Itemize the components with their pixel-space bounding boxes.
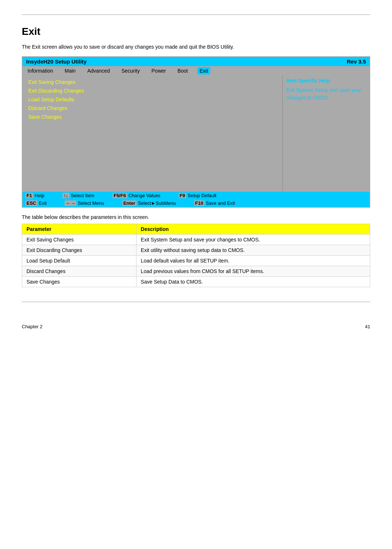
bios-left-panel: Exit Saving Changes Exit Discarding Chan… [23,76,282,192]
menu-exit-discarding[interactable]: Exit Discarding Changes [27,87,278,94]
status-arrows: ↑↓ Select Item [62,193,94,198]
key-f5f6: F5/F6 [113,193,127,198]
top-divider [22,15,370,15]
bios-rev: Rev 3.5 [347,58,366,65]
key-enter: Enter [122,200,136,206]
footer: Chapter 2 41 [22,324,370,329]
key-f1: F1 [25,193,33,198]
status-f1: F1 Help [25,193,44,198]
menu-exit-saving[interactable]: Exit Saving Changes [27,78,278,86]
bios-ui-box: InsydeH20 Setup Utility Rev 3.5 Informat… [22,56,370,208]
statusbar-row1: F1 Help ↑↓ Select Item F5/F6 Change Valu… [23,192,369,199]
bios-titlebar: InsydeH20 Setup Utility Rev 3.5 [23,57,369,66]
menu-save-changes[interactable]: Save Changes [27,113,278,121]
desc-cell: Save Setup Data to CMOS. [136,277,370,287]
page-title: Exit [22,26,370,37]
table-row: Load Setup DefaultLoad default values fo… [22,256,370,266]
desc-setup-default: Setup Default [188,193,216,198]
footer-chapter: Chapter 2 [22,324,42,329]
param-cell: Exit Discarding Changes [22,245,136,256]
param-cell: Discard Changes [22,266,136,277]
param-cell: Save Changes [22,277,136,287]
footer-page: 41 [365,324,370,329]
param-cell: Exit Saving Changes [22,235,136,245]
status-lr-arrows: ←→ Select Menu [65,200,104,206]
status-esc: ESC Exit [25,200,46,206]
desc-cell: Exit System Setup and save your changes … [136,235,370,245]
item-specific-help-title: Item Specific Help [286,78,366,84]
col-header-desc: Description [136,224,370,235]
desc-cell: Exit utility without saving setup data t… [136,245,370,256]
bios-statusbars: F1 Help ↑↓ Select Item F5/F6 Change Valu… [23,192,369,207]
bios-title: InsydeH20 Setup Utility [26,58,87,65]
param-cell: Load Setup Default [22,256,136,266]
table-row: Exit Saving ChangesExit System Setup and… [22,235,370,245]
bios-navbar: Information Main Advanced Security Power… [23,66,369,76]
desc-help: Help [34,193,44,198]
status-enter: Enter Select►SubMenu [122,200,176,206]
desc-change-values: Change Values [128,193,160,198]
nav-information[interactable]: Information [25,67,55,74]
bottom-divider [22,302,370,302]
nav-main[interactable]: Main [62,67,78,74]
statusbar-row2: ESC Exit ←→ Select Menu Enter Select►Sub… [23,199,369,207]
nav-advanced[interactable]: Advanced [85,67,112,74]
table-row: Save ChangesSave Setup Data to CMOS. [22,277,370,287]
desc-select-menu: Select Menu [78,200,104,206]
key-lr-arrows: ←→ [65,200,76,206]
nav-exit[interactable]: Exit [197,67,210,74]
status-f10: F10 Save and Exit [194,200,235,206]
table-row: Discard ChangesLoad previous values from… [22,266,370,277]
nav-security[interactable]: Security [119,67,142,74]
desc-save-exit: Save and Exit [206,200,235,206]
desc-cell: Load previous values from CMOS for all S… [136,266,370,277]
nav-boot[interactable]: Boot [175,67,190,74]
menu-discard-changes[interactable]: Discard Changes [27,105,278,112]
desc-select-submenu: Select►SubMenu [138,200,176,206]
table-row: Exit Discarding ChangesExit utility with… [22,245,370,256]
status-f5f6: F5/F6 Change Values [113,193,160,198]
status-f9: F9 Setup Default [179,193,216,198]
key-f10: F10 [194,200,204,206]
col-header-param: Parameter [22,224,136,235]
desc-select-item: Select Item [71,193,94,198]
param-table: Parameter Description Exit Saving Change… [22,224,370,287]
bios-right-panel: Item Specific Help Exit System Setup and… [282,76,369,192]
key-f9: F9 [179,193,186,198]
nav-power[interactable]: Power [149,67,168,74]
key-arrows: ↑↓ [62,193,69,198]
desc-cell: Load default values for all SETUP item. [136,256,370,266]
desc-exit: Exit [39,200,47,206]
key-esc: ESC [25,200,37,206]
bios-content: Exit Saving Changes Exit Discarding Chan… [23,76,369,192]
intro-text: The Exit screen allows you to save or di… [22,44,370,50]
menu-load-defaults[interactable]: Load Setup Defaults [27,96,278,103]
item-specific-help-content: Exit System Setup and save your changes … [286,86,366,102]
table-intro: The table below describes the parameters… [22,214,370,220]
